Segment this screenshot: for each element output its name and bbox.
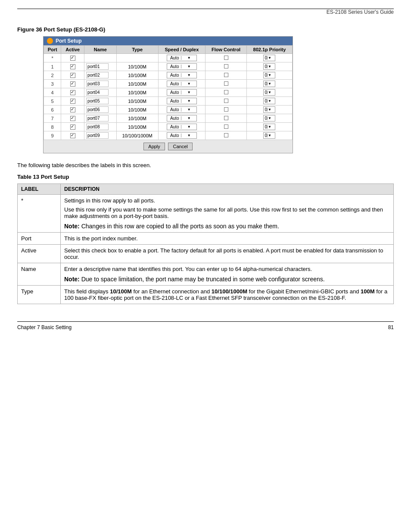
- cancel-button[interactable]: Cancel: [168, 143, 192, 150]
- table-row-name[interactable]: [84, 62, 117, 71]
- table-row-priority[interactable]: 0▼: [246, 97, 292, 106]
- table-row-priority[interactable]: 0▼: [246, 123, 292, 131]
- flow-checkbox[interactable]: [224, 116, 228, 120]
- table-row-name[interactable]: [84, 106, 117, 114]
- active-checkbox[interactable]: [70, 73, 75, 78]
- priority-select[interactable]: 0▼: [263, 55, 275, 61]
- flow-checkbox[interactable]: [224, 99, 228, 103]
- table-row-flow[interactable]: [206, 123, 247, 131]
- active-checkbox[interactable]: [70, 107, 75, 112]
- table-row-speed[interactable]: Auto▼: [158, 114, 206, 123]
- speed-select[interactable]: Auto▼: [167, 132, 197, 139]
- priority-select[interactable]: 0▼: [263, 89, 275, 96]
- table-row-speed[interactable]: Auto▼: [158, 62, 206, 71]
- table-row-name[interactable]: [84, 80, 117, 88]
- name-input[interactable]: [86, 98, 109, 104]
- flow-checkbox[interactable]: [224, 107, 228, 112]
- table-row-speed[interactable]: Auto▼: [158, 71, 206, 80]
- table-row-priority[interactable]: 0▼: [246, 114, 292, 123]
- table-row-name[interactable]: [84, 123, 117, 131]
- active-checkbox[interactable]: [70, 64, 75, 69]
- table-row-priority[interactable]: 0▼: [246, 88, 292, 97]
- table-row-name[interactable]: [84, 54, 117, 62]
- name-input[interactable]: [86, 89, 109, 96]
- table-row-priority[interactable]: 0▼: [246, 80, 292, 88]
- name-input[interactable]: [86, 81, 109, 87]
- priority-select[interactable]: 0▼: [263, 106, 275, 113]
- name-input[interactable]: [86, 132, 109, 139]
- priority-select[interactable]: 0▼: [263, 115, 275, 121]
- table-row-active[interactable]: [61, 114, 84, 123]
- table-row-name[interactable]: [84, 114, 117, 123]
- flow-checkbox[interactable]: [224, 64, 228, 68]
- flow-checkbox[interactable]: [224, 124, 228, 129]
- speed-select[interactable]: Auto▼: [167, 89, 197, 96]
- active-checkbox[interactable]: [70, 56, 75, 61]
- table-row-name[interactable]: [84, 71, 117, 80]
- active-checkbox[interactable]: [70, 90, 75, 95]
- table-row-flow[interactable]: [206, 114, 247, 123]
- speed-select[interactable]: Auto▼: [167, 98, 197, 104]
- table-row-active[interactable]: [61, 97, 84, 106]
- speed-select[interactable]: Auto▼: [167, 81, 197, 87]
- flow-checkbox[interactable]: [224, 90, 228, 94]
- table-row-priority[interactable]: 0▼: [246, 54, 292, 62]
- table-row-active[interactable]: [61, 62, 84, 71]
- table-row-active[interactable]: [61, 80, 84, 88]
- speed-select[interactable]: Auto▼: [167, 63, 197, 70]
- table-row-active[interactable]: [61, 106, 84, 114]
- priority-select[interactable]: 0▼: [263, 98, 275, 104]
- table-row-priority[interactable]: 0▼: [246, 106, 292, 114]
- speed-select[interactable]: Auto▼: [167, 55, 197, 61]
- priority-select[interactable]: 0▼: [263, 81, 275, 87]
- active-checkbox[interactable]: [70, 116, 75, 121]
- table-row-active[interactable]: [61, 131, 84, 140]
- table-row-speed[interactable]: Auto▼: [158, 88, 206, 97]
- priority-select[interactable]: 0▼: [263, 124, 275, 130]
- apply-button[interactable]: Apply: [143, 143, 165, 150]
- flow-checkbox[interactable]: [224, 81, 228, 86]
- name-input[interactable]: [86, 106, 109, 113]
- flow-checkbox[interactable]: [224, 133, 228, 137]
- speed-select[interactable]: Auto▼: [167, 115, 197, 121]
- table-row-speed[interactable]: Auto▼: [158, 97, 206, 106]
- table-row-speed[interactable]: Auto▼: [158, 54, 206, 62]
- name-input[interactable]: [86, 124, 109, 130]
- table-row-flow[interactable]: [206, 71, 247, 80]
- active-checkbox[interactable]: [70, 133, 75, 138]
- table-row-active[interactable]: [61, 71, 84, 80]
- table-row-priority[interactable]: 0▼: [246, 71, 292, 80]
- table-row-flow[interactable]: [206, 97, 247, 106]
- table-row-speed[interactable]: Auto▼: [158, 80, 206, 88]
- table-row-name[interactable]: [84, 97, 117, 106]
- table-row-speed[interactable]: Auto▼: [158, 131, 206, 140]
- table-row-active[interactable]: [61, 88, 84, 97]
- speed-select[interactable]: Auto▼: [167, 106, 197, 113]
- table-row-priority[interactable]: 0▼: [246, 131, 292, 140]
- active-checkbox[interactable]: [70, 81, 75, 87]
- table-row-flow[interactable]: [206, 62, 247, 71]
- priority-select[interactable]: 0▼: [263, 72, 275, 78]
- name-input[interactable]: [86, 72, 109, 78]
- active-checkbox[interactable]: [70, 124, 75, 130]
- table-row-flow[interactable]: [206, 88, 247, 97]
- table-row-priority[interactable]: 0▼: [246, 62, 292, 71]
- name-input[interactable]: [86, 63, 109, 70]
- table-row-flow[interactable]: [206, 54, 247, 62]
- table-row-flow[interactable]: [206, 106, 247, 114]
- priority-select[interactable]: 0▼: [263, 132, 275, 139]
- flow-checkbox[interactable]: [224, 73, 228, 77]
- table-row-active[interactable]: [61, 54, 84, 62]
- flow-checkbox[interactable]: [224, 56, 228, 60]
- name-input[interactable]: [86, 115, 109, 121]
- speed-select[interactable]: Auto▼: [167, 72, 197, 78]
- table-row-name[interactable]: [84, 131, 117, 140]
- table-row-flow[interactable]: [206, 131, 247, 140]
- table-row-speed[interactable]: Auto▼: [158, 106, 206, 114]
- table-row-name[interactable]: [84, 88, 117, 97]
- table-row-flow[interactable]: [206, 80, 247, 88]
- speed-select[interactable]: Auto▼: [167, 124, 197, 130]
- active-checkbox[interactable]: [70, 99, 75, 104]
- table-row-speed[interactable]: Auto▼: [158, 123, 206, 131]
- priority-select[interactable]: 0▼: [263, 63, 275, 70]
